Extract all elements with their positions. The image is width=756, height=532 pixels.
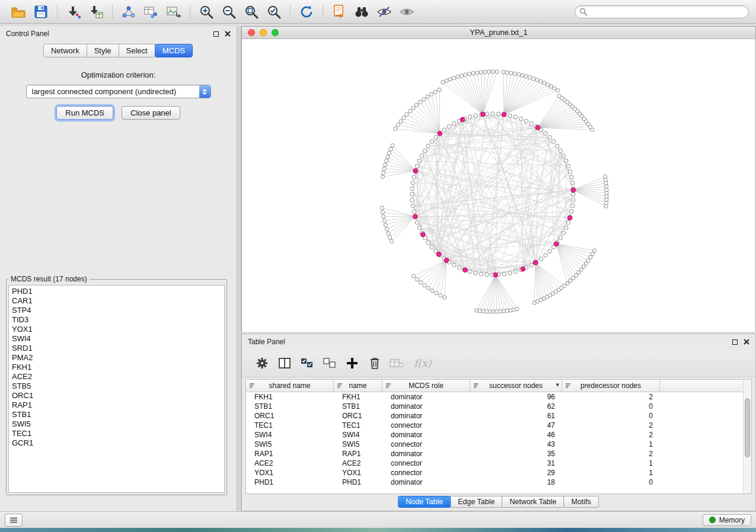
- panel-splitter[interactable]: [237, 26, 241, 511]
- table-cell[interactable]: STB1: [246, 402, 334, 411]
- network-node[interactable]: [443, 296, 446, 299]
- mcds-result-item[interactable]: TEC1: [12, 429, 224, 438]
- table-cell[interactable]: 96: [470, 392, 562, 402]
- network-node[interactable]: [387, 151, 391, 155]
- table-cell[interactable]: 2: [562, 392, 660, 402]
- network-node[interactable]: [524, 75, 528, 78]
- network-node[interactable]: [474, 114, 478, 118]
- network-node[interactable]: [415, 220, 419, 225]
- table-cell[interactable]: connector: [382, 421, 470, 430]
- network-node[interactable]: [426, 241, 430, 245]
- network-node[interactable]: [471, 72, 475, 75]
- float-panel-icon[interactable]: [732, 339, 738, 345]
- network-node[interactable]: [481, 309, 485, 313]
- float-panel-icon[interactable]: [213, 31, 219, 37]
- dropdown-stepper-icon[interactable]: [199, 85, 210, 98]
- network-node[interactable]: [529, 121, 534, 126]
- network-node[interactable]: [417, 226, 422, 230]
- network-node[interactable]: [570, 175, 574, 180]
- table-cell[interactable]: 2: [562, 421, 660, 430]
- table-cell[interactable]: 2: [562, 449, 660, 459]
- network-node[interactable]: [415, 277, 419, 281]
- network-node[interactable]: [528, 76, 531, 79]
- mcds-result-item[interactable]: ACE2: [12, 372, 224, 382]
- zoom-fit-button[interactable]: [242, 3, 261, 21]
- network-node[interactable]: [417, 159, 422, 163]
- network-node[interactable]: [529, 263, 534, 267]
- network-node[interactable]: [445, 79, 448, 82]
- network-node[interactable]: [535, 78, 539, 82]
- network-node[interactable]: [589, 255, 592, 259]
- network-node[interactable]: [562, 154, 566, 158]
- network-node[interactable]: [423, 283, 426, 287]
- network-node[interactable]: [410, 198, 414, 202]
- network-hub-node[interactable]: [460, 117, 465, 122]
- network-node[interactable]: [385, 227, 388, 231]
- network-node[interactable]: [474, 271, 478, 275]
- network-hub-node[interactable]: [533, 261, 538, 265]
- network-hub-node[interactable]: [413, 214, 417, 219]
- function-builder-button[interactable]: f(x): [414, 357, 431, 369]
- network-node[interactable]: [433, 90, 437, 94]
- table-cell[interactable]: RAP1: [246, 449, 334, 459]
- network-hub-node[interactable]: [567, 216, 572, 220]
- hide-annotations-button[interactable]: [375, 3, 394, 21]
- network-node[interactable]: [505, 70, 509, 74]
- network-node[interactable]: [496, 112, 500, 116]
- run-mcds-button[interactable]: Run MCDS: [56, 106, 113, 120]
- network-node[interactable]: [412, 106, 415, 110]
- network-node[interactable]: [422, 98, 426, 101]
- network-node[interactable]: [434, 136, 438, 140]
- export-image-button[interactable]: [164, 3, 183, 21]
- table-cell[interactable]: YOX1: [246, 468, 334, 477]
- network-node[interactable]: [442, 128, 446, 132]
- table-cell[interactable]: 35: [470, 449, 562, 459]
- network-node[interactable]: [559, 149, 563, 153]
- tab-network-table[interactable]: Network Table: [502, 496, 564, 508]
- refresh-button[interactable]: [297, 3, 316, 21]
- network-node[interactable]: [435, 291, 438, 295]
- add-column-button[interactable]: [344, 355, 361, 371]
- network-node[interactable]: [548, 136, 552, 140]
- show-columns-button[interactable]: [276, 355, 293, 371]
- table-cell[interactable]: ORC1: [334, 411, 382, 421]
- network-node[interactable]: [438, 88, 441, 91]
- tab-select[interactable]: Select: [119, 44, 155, 57]
- tab-network[interactable]: Network: [43, 44, 87, 57]
- column-header-name[interactable]: name: [334, 380, 382, 392]
- network-node[interactable]: [556, 144, 560, 148]
- network-node[interactable]: [452, 76, 455, 80]
- import-network-button[interactable]: [64, 3, 83, 21]
- close-panel-icon[interactable]: [744, 339, 749, 345]
- table-cell[interactable]: 46: [470, 430, 562, 440]
- network-node[interactable]: [495, 70, 499, 73]
- network-hub-node[interactable]: [444, 258, 449, 263]
- network-node[interactable]: [548, 249, 552, 254]
- network-node[interactable]: [515, 307, 519, 311]
- network-node[interactable]: [483, 70, 487, 73]
- network-node[interactable]: [448, 78, 452, 81]
- network-node[interactable]: [546, 83, 550, 86]
- network-node[interactable]: [491, 112, 495, 116]
- tab-style[interactable]: Style: [87, 44, 119, 57]
- select-all-button[interactable]: [299, 355, 315, 371]
- network-node[interactable]: [557, 94, 561, 98]
- network-node[interactable]: [412, 175, 416, 180]
- zoom-out-button[interactable]: [219, 3, 238, 21]
- table-row[interactable]: SWI5SWI5connector431: [246, 440, 751, 449]
- table-cell[interactable]: connector: [382, 440, 470, 449]
- table-cell[interactable]: SWI5: [334, 440, 382, 449]
- network-node[interactable]: [468, 270, 472, 274]
- table-row[interactable]: STB1STB1dominator620: [246, 402, 751, 411]
- table-row[interactable]: ORC1ORC1dominator610: [246, 411, 751, 421]
- network-node[interactable]: [447, 124, 451, 129]
- table-cell[interactable]: 31: [470, 459, 562, 468]
- mcds-result-item[interactable]: ORC1: [12, 391, 224, 400]
- table-cell[interactable]: 43: [470, 440, 562, 449]
- network-node[interactable]: [388, 236, 392, 239]
- mcds-result-list[interactable]: PHD1CAR1STP4TID3YOX1SWI4SRD1PMA2FKH1ACE2…: [8, 285, 225, 493]
- table-row[interactable]: TEC1TEC1connector472: [246, 421, 751, 430]
- network-node[interactable]: [456, 75, 460, 78]
- network-node[interactable]: [394, 127, 397, 130]
- table-row[interactable]: PHD1PHD1dominator180: [246, 477, 751, 487]
